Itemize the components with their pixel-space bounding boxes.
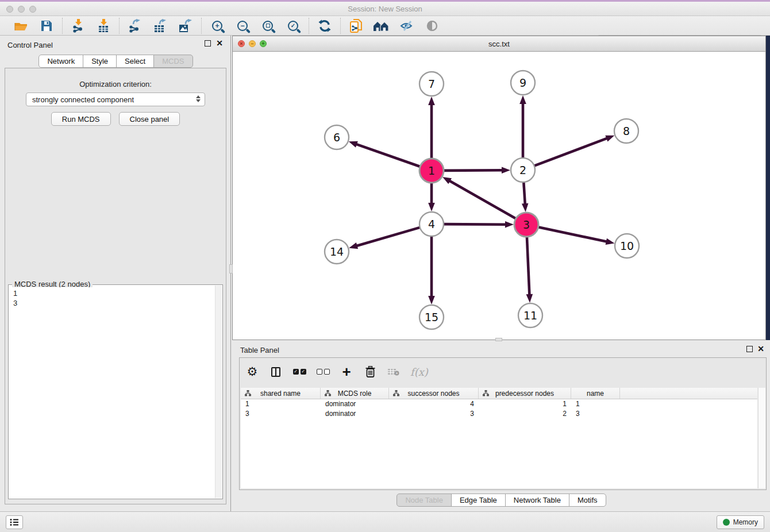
graph-node-3[interactable]: 3 bbox=[514, 213, 538, 237]
graph-node-14[interactable]: 14 bbox=[325, 240, 349, 264]
graph-edge-1-6[interactable] bbox=[349, 141, 420, 167]
memory-button[interactable]: Memory bbox=[717, 515, 764, 529]
status-bar: Memory bbox=[0, 511, 770, 532]
network-canvas[interactable]: 7968124314101511 bbox=[233, 52, 765, 340]
graph-edge-3-10[interactable] bbox=[538, 227, 615, 245]
tab-node-table[interactable]: Node Table bbox=[396, 494, 452, 507]
table-row[interactable]: 1dominator411 bbox=[241, 399, 757, 409]
graph-edge-4-3[interactable] bbox=[444, 221, 514, 228]
float-table-panel-icon[interactable] bbox=[746, 346, 753, 352]
network-window-titlebar[interactable]: × − + scc.txt bbox=[233, 36, 765, 52]
graph-node-1[interactable]: 1 bbox=[419, 159, 444, 183]
tab-style[interactable]: Style bbox=[83, 55, 117, 68]
graph-edge-1-4[interactable] bbox=[428, 183, 435, 211]
deselect-all-icon[interactable] bbox=[316, 364, 330, 380]
graph-node-4[interactable]: 4 bbox=[419, 212, 444, 236]
vertical-splitter-handle[interactable] bbox=[229, 264, 233, 273]
save-session-icon[interactable] bbox=[38, 18, 55, 34]
list-icon bbox=[10, 518, 19, 526]
graph-edge-2-3[interactable] bbox=[522, 182, 529, 212]
float-panel-icon[interactable] bbox=[205, 40, 211, 47]
zoom-out-icon[interactable]: − bbox=[234, 18, 251, 34]
graph-edge-2-9[interactable] bbox=[519, 95, 526, 158]
graph-edge-4-15[interactable] bbox=[428, 236, 435, 304]
close-panel-button[interactable]: Close panel bbox=[119, 112, 180, 126]
optimization-criterion-select[interactable]: strongly connected component bbox=[26, 92, 205, 106]
table-cell[interactable]: 1 bbox=[571, 399, 620, 409]
graph-edge-2-8[interactable] bbox=[534, 136, 615, 166]
graph-edge-3-1[interactable] bbox=[442, 177, 516, 219]
show-all-icon[interactable] bbox=[424, 18, 440, 34]
show-columns-icon[interactable] bbox=[269, 364, 283, 380]
run-mcds-button[interactable]: Run MCDS bbox=[51, 112, 111, 126]
table-cell[interactable]: 3 bbox=[241, 409, 321, 419]
table-cell[interactable]: 1 bbox=[479, 399, 571, 409]
import-network-icon[interactable] bbox=[70, 18, 86, 34]
zoom-selected-icon[interactable]: ✓ bbox=[285, 18, 301, 34]
table-cell[interactable]: 4 bbox=[389, 399, 479, 409]
export-image-icon[interactable] bbox=[178, 18, 194, 34]
table-cell[interactable]: 2 bbox=[479, 409, 571, 419]
select-all-icon[interactable]: ✓✓ bbox=[292, 364, 306, 380]
tab-select[interactable]: Select bbox=[116, 55, 154, 68]
mcds-result-text[interactable]: 1 3 bbox=[10, 287, 214, 498]
close-table-panel-icon[interactable]: ✕ bbox=[757, 344, 764, 353]
delete-row-icon[interactable] bbox=[363, 364, 377, 380]
column-header-name[interactable]: name bbox=[571, 388, 620, 399]
tab-network-table[interactable]: Network Table bbox=[505, 494, 569, 507]
network-window-title: scc.txt bbox=[233, 40, 765, 48]
table-scrollbar[interactable] bbox=[758, 388, 765, 488]
home-layout-icon[interactable] bbox=[374, 18, 390, 34]
horizontal-splitter-handle[interactable] bbox=[495, 338, 502, 341]
copy-network-icon[interactable] bbox=[348, 18, 364, 34]
export-table-icon[interactable] bbox=[152, 18, 168, 34]
optimization-criterion-label: Optimization criterion: bbox=[5, 80, 226, 88]
main-toolbar: + − ✓ bbox=[0, 16, 770, 36]
network-graph[interactable]: 7968124314101511 bbox=[233, 52, 765, 340]
graph-node-7[interactable]: 7 bbox=[419, 72, 444, 96]
table-toolbar: ⚙ ✓✓ + × f(x) bbox=[245, 361, 428, 382]
close-panel-icon[interactable]: ✕ bbox=[216, 38, 223, 48]
import-table-icon[interactable] bbox=[95, 18, 111, 34]
graph-node-2[interactable]: 2 bbox=[511, 158, 535, 182]
settings-gear-icon[interactable]: ⚙ bbox=[245, 364, 259, 380]
svg-text:9: 9 bbox=[519, 76, 526, 89]
graph-node-11[interactable]: 11 bbox=[518, 303, 542, 327]
zoom-in-icon[interactable]: + bbox=[209, 18, 225, 34]
graph-edge-4-14[interactable] bbox=[349, 228, 420, 249]
control-panel-title: Control Panel bbox=[7, 41, 53, 49]
graph-node-10[interactable]: 10 bbox=[615, 234, 639, 258]
task-history-button[interactable] bbox=[6, 515, 23, 529]
node-table-header[interactable]: shared nameMCDS rolesuccessor nodesprede… bbox=[241, 388, 757, 399]
graph-node-6[interactable]: 6 bbox=[325, 125, 349, 149]
tab-mcds[interactable]: MCDS bbox=[153, 55, 192, 68]
table-cell[interactable]: 1 bbox=[241, 399, 321, 409]
column-header-successor-nodes[interactable]: successor nodes bbox=[389, 388, 479, 399]
graph-edge-1-2[interactable] bbox=[444, 167, 510, 174]
graph-node-9[interactable]: 9 bbox=[511, 71, 535, 95]
table-cell[interactable]: 3 bbox=[389, 409, 479, 419]
graph-node-8[interactable]: 8 bbox=[614, 119, 638, 143]
table-panel: Table Panel ✕ ⚙ ✓✓ + × f(x) shared nameM… bbox=[232, 342, 770, 511]
graph-edge-1-7[interactable] bbox=[428, 97, 435, 159]
table-row[interactable]: 3dominator323 bbox=[241, 409, 757, 419]
open-folder-icon[interactable] bbox=[13, 18, 29, 34]
table-cell[interactable]: dominator bbox=[321, 409, 389, 419]
tab-edge-table[interactable]: Edge Table bbox=[451, 494, 506, 507]
result-scrollbar[interactable] bbox=[215, 286, 222, 498]
graph-node-15[interactable]: 15 bbox=[419, 305, 444, 329]
add-row-icon[interactable]: + bbox=[340, 364, 353, 380]
tab-network[interactable]: Network bbox=[38, 55, 83, 68]
column-header-predecessor-nodes[interactable]: predecessor nodes bbox=[479, 388, 571, 399]
column-header-MCDS-role[interactable]: MCDS role bbox=[321, 388, 389, 399]
column-header-shared-name[interactable]: shared name bbox=[241, 388, 321, 399]
refresh-layout-icon[interactable] bbox=[317, 18, 333, 34]
tab-motifs[interactable]: Motifs bbox=[569, 494, 606, 507]
node-table[interactable]: shared nameMCDS rolesuccessor nodesprede… bbox=[241, 388, 757, 488]
table-cell[interactable]: 3 bbox=[571, 409, 620, 419]
graph-edge-3-11[interactable] bbox=[526, 237, 533, 303]
hide-selected-icon[interactable] bbox=[399, 18, 415, 34]
table-cell[interactable]: dominator bbox=[321, 399, 389, 409]
export-network-icon[interactable] bbox=[127, 18, 143, 34]
zoom-fit-icon[interactable] bbox=[260, 18, 276, 34]
